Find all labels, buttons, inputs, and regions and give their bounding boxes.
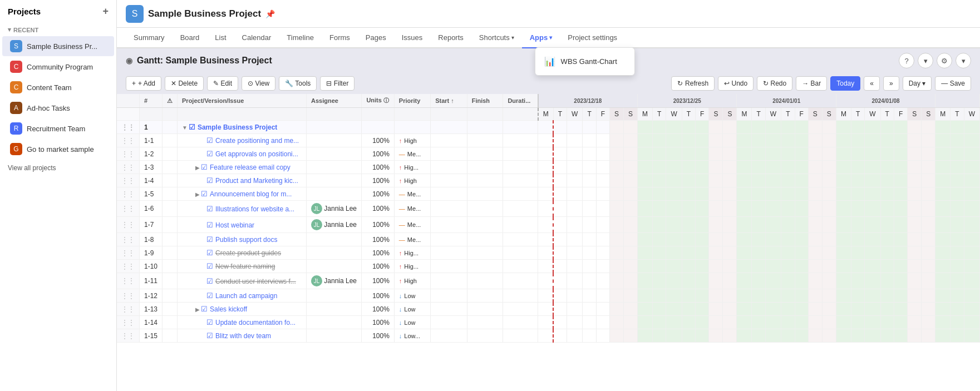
row-issue-9[interactable]: ☑Create product guides: [178, 246, 307, 260]
checkbox-9[interactable]: ☑: [206, 249, 213, 257]
task-link-0[interactable]: Sample Business Project: [198, 123, 277, 131]
checkbox-14[interactable]: ☑: [206, 318, 213, 326]
drag-handle-8[interactable]: ⋮⋮: [117, 233, 140, 246]
drag-handle-11[interactable]: ⋮⋮: [117, 273, 140, 289]
task-link-6[interactable]: Illustrations for website a...: [215, 205, 294, 213]
day-button[interactable]: Day ▾: [903, 76, 932, 91]
save-button[interactable]: — Save: [935, 76, 971, 91]
drag-handle-15[interactable]: ⋮⋮: [117, 329, 140, 343]
nav-tab-apps[interactable]: Apps▾: [522, 28, 560, 48]
task-link-10[interactable]: New feature naming: [215, 263, 275, 270]
row-issue-7[interactable]: ☑Host webinar: [178, 217, 307, 233]
settings-icon[interactable]: ⚙: [937, 53, 952, 68]
task-link-3[interactable]: Feature release email copy: [210, 164, 290, 171]
delete-button[interactable]: ✕ Delete: [165, 76, 204, 91]
undo-button[interactable]: ↩ Undo: [718, 76, 754, 91]
sidebar-item-community-program[interactable]: C Community Program: [2, 57, 114, 77]
row-issue-13[interactable]: ▶☑Sales kickoff: [178, 303, 307, 316]
refresh-button[interactable]: ↻ Refresh: [671, 76, 715, 91]
task-link-4[interactable]: Product and Marketing kic...: [215, 177, 298, 185]
task-link-14[interactable]: Update documentation fo...: [215, 319, 296, 326]
sidebar-add-button[interactable]: +: [102, 6, 109, 17]
nav-tab-list[interactable]: List: [207, 28, 234, 48]
drag-handle-4[interactable]: ⋮⋮: [117, 174, 140, 187]
expand-arrow-13[interactable]: ▶: [195, 306, 200, 313]
gantt-container[interactable]: # ⚠ Project/Version/Issue Assignee Units…: [117, 94, 980, 391]
nav-tab-pages[interactable]: Pages: [358, 28, 394, 48]
checkbox-0[interactable]: ☑: [189, 123, 195, 131]
drag-handle-10[interactable]: ⋮⋮: [117, 260, 140, 273]
task-link-9[interactable]: Create product guides: [215, 249, 281, 257]
add-button[interactable]: + + Add: [126, 76, 161, 91]
view-all-projects[interactable]: View all projects: [0, 160, 116, 176]
drag-handle-7[interactable]: ⋮⋮: [117, 217, 140, 233]
row-issue-10[interactable]: ☑New feature naming: [178, 260, 307, 273]
task-link-13[interactable]: Sales kickoff: [210, 305, 247, 313]
bar-button[interactable]: → Bar: [796, 76, 827, 91]
tools-button[interactable]: 🔧 Tools: [279, 76, 317, 91]
nav-tab-timeline[interactable]: Timeline: [279, 28, 322, 48]
row-issue-6[interactable]: ☑Illustrations for website a...: [178, 201, 307, 217]
view-button[interactable]: ⊙ View: [242, 76, 275, 91]
checkbox-5[interactable]: ☑: [201, 190, 208, 198]
checkbox-3[interactable]: ☑: [201, 163, 208, 171]
row-issue-2[interactable]: ☑Get approvals on positioni...: [178, 147, 307, 161]
expand-arrow-3[interactable]: ▶: [195, 165, 200, 171]
nav-tab-shortcuts[interactable]: Shortcuts▾: [471, 28, 522, 48]
checkbox-10[interactable]: ☑: [206, 262, 213, 270]
nav-tab-forms[interactable]: Forms: [322, 28, 358, 48]
expand-arrow-5[interactable]: ▶: [195, 191, 200, 197]
sidebar-item-content-team[interactable]: C Content Team: [2, 77, 114, 97]
drag-handle-6[interactable]: ⋮⋮: [117, 201, 140, 217]
drag-handle-2[interactable]: ⋮⋮: [117, 147, 140, 161]
checkbox-2[interactable]: ☑: [206, 150, 213, 158]
row-issue-15[interactable]: ☑Blitz with dev team: [178, 329, 307, 343]
checkbox-1[interactable]: ☑: [206, 136, 213, 145]
task-link-15[interactable]: Blitz with dev team: [215, 332, 271, 340]
today-button[interactable]: Today: [830, 76, 860, 91]
apps-dropdown-wbs[interactable]: 📊 WBS Gantt-Chart: [535, 51, 634, 72]
row-issue-0[interactable]: ▼☑Sample Business Project: [178, 121, 307, 134]
row-issue-4[interactable]: ☑Product and Marketing kic...: [178, 174, 307, 187]
checkbox-7[interactable]: ☑: [206, 221, 213, 229]
task-link-5[interactable]: Announcement blog for m...: [210, 190, 292, 198]
sidebar-item-sample-business[interactable]: S Sample Business Pr...: [2, 36, 114, 56]
help-icon[interactable]: ?: [899, 53, 914, 68]
row-issue-3[interactable]: ▶☑Feature release email copy: [178, 161, 307, 174]
checkbox-12[interactable]: ☑: [206, 291, 213, 300]
task-link-12[interactable]: Launch ad campaign: [215, 292, 277, 300]
checkbox-8[interactable]: ☑: [206, 235, 213, 244]
drag-handle-9[interactable]: ⋮⋮: [117, 246, 140, 260]
expand-icon[interactable]: ▾: [956, 53, 971, 68]
checkbox-11[interactable]: ☑: [206, 277, 213, 285]
task-link-2[interactable]: Get approvals on positioni...: [215, 150, 298, 158]
row-issue-5[interactable]: ▶☑Announcement blog for m...: [178, 187, 307, 201]
sidebar-item-recruitment-team[interactable]: R Recruitment Team: [2, 118, 114, 138]
row-issue-12[interactable]: ☑Launch ad campaign: [178, 289, 307, 303]
nav-tab-calendar[interactable]: Calendar: [234, 28, 279, 48]
redo-button[interactable]: ↻ Redo: [757, 76, 792, 91]
task-link-8[interactable]: Publish support docs: [215, 236, 277, 244]
checkbox-6[interactable]: ☑: [206, 205, 213, 213]
task-link-11[interactable]: Conduct user interviews f...: [215, 278, 296, 285]
chevron-down-icon[interactable]: ▾: [918, 53, 933, 68]
row-issue-8[interactable]: ☑Publish support docs: [178, 233, 307, 246]
nav-tab-board[interactable]: Board: [173, 28, 208, 48]
drag-handle-0[interactable]: ⋮⋮: [117, 121, 140, 134]
edit-button[interactable]: ✎ Edit: [207, 76, 238, 91]
sidebar-item-go-to-market[interactable]: G Go to market sample: [2, 139, 114, 159]
checkbox-13[interactable]: ☑: [201, 305, 208, 313]
nav-tab-issues[interactable]: Issues: [394, 28, 431, 48]
prev-button[interactable]: «: [864, 76, 880, 91]
checkbox-4[interactable]: ☑: [206, 176, 213, 185]
task-link-7[interactable]: Host webinar: [215, 221, 254, 229]
row-issue-11[interactable]: ☑Conduct user interviews f...: [178, 273, 307, 289]
task-link-1[interactable]: Create positioning and me...: [215, 137, 299, 145]
drag-handle-12[interactable]: ⋮⋮: [117, 289, 140, 303]
nav-tab-reports[interactable]: Reports: [430, 28, 471, 48]
nav-tab-summary[interactable]: Summary: [126, 28, 173, 48]
filter-button[interactable]: ⊟ Filter: [320, 76, 354, 91]
checkbox-15[interactable]: ☑: [206, 331, 213, 340]
row-issue-14[interactable]: ☑Update documentation fo...: [178, 316, 307, 329]
nav-tab-project-settings[interactable]: Project settings: [560, 28, 625, 48]
